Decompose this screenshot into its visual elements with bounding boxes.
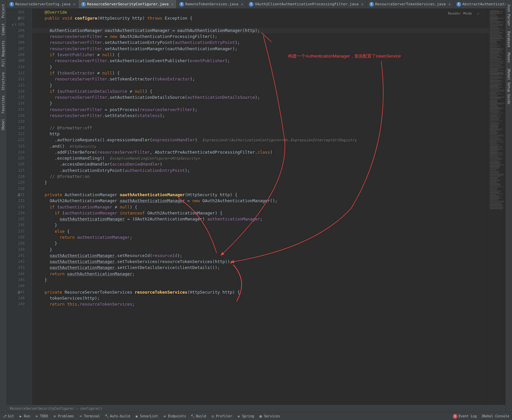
line-number[interactable]: 219 — [7, 119, 27, 125]
code-line[interactable]: AuthenticationManager oauthAuthenticatio… — [32, 28, 489, 34]
tool-window-button[interactable]: ≡TODO — [35, 414, 48, 418]
code-line[interactable]: resourcesServerFilter.setAuthenticationD… — [32, 94, 489, 100]
line-number[interactable]: 235 — [7, 216, 27, 222]
line-number[interactable]: 220 — [7, 125, 27, 131]
tool-window-button[interactable]: ❀Spring — [237, 414, 254, 418]
tool-window-button[interactable]: Pull Requests — [1, 38, 6, 69]
line-number[interactable]: 247@ — [7, 289, 27, 295]
code-line[interactable]: // @formatter:off — [32, 125, 489, 131]
line-number[interactable]: 239 — [7, 240, 27, 246]
editor-tab[interactable]: CResourceServerConfig.java× — [7, 0, 79, 8]
code-line[interactable]: resourcesServerFilter.setAuthenticationE… — [32, 58, 489, 64]
tool-window-button[interactable]: ⇄Endpoints — [163, 414, 186, 418]
line-number[interactable]: 221 — [7, 131, 27, 137]
code-line[interactable]: } — [32, 247, 489, 253]
editor-tab[interactable]: CAbstractAuthenticationProcessingFilter.… — [454, 0, 505, 8]
line-number[interactable]: 202@↓↑ — [7, 15, 27, 21]
line-number[interactable]: 241 — [7, 253, 27, 259]
line-number[interactable]: 218 — [7, 113, 27, 119]
code-line[interactable]: .addFilterBefore(resourcesServerFilter, … — [32, 149, 489, 155]
code-line[interactable]: oauthAuthenticationManager = (OAuth2Auth… — [32, 216, 489, 222]
line-number[interactable]: 214 — [7, 88, 27, 94]
code-editor[interactable]: @Override public void configure(HttpSecu… — [32, 9, 489, 405]
code-line[interactable]: oauthAuthenticationManager.setTokenServi… — [32, 259, 489, 265]
code-line[interactable]: .accessDeniedHandler(accessDeniedHandler… — [32, 161, 489, 167]
line-number[interactable]: 227 — [7, 168, 27, 174]
line-number[interactable]: 216 — [7, 100, 27, 106]
code-line[interactable]: oauthAuthenticationManager.setClientDeta… — [32, 265, 489, 271]
code-line[interactable]: if (authenticationManager ≠ null) { — [32, 204, 489, 210]
tool-window-button[interactable]: ◷Profiler — [211, 414, 232, 418]
tool-window-button[interactable]: ◉SonarLint — [135, 414, 158, 418]
code-line[interactable]: } — [32, 64, 489, 70]
line-number[interactable]: 201 — [7, 9, 27, 15]
code-line[interactable]: } — [32, 240, 489, 246]
line-number[interactable]: 230 — [7, 186, 27, 192]
tool-window-button[interactable]: JRebel Setup Guide — [506, 66, 511, 107]
code-line[interactable]: resourcesServerFilter.setAuthenticationE… — [32, 40, 489, 46]
line-number[interactable]: 209 — [7, 58, 27, 64]
tool-window-button[interactable]: ▦Services — [259, 414, 280, 418]
fold-column[interactable] — [27, 9, 32, 405]
line-number[interactable]: 236 — [7, 222, 27, 228]
code-line[interactable] — [32, 186, 489, 192]
code-line[interactable]: if (authenticationDetailsSource ≠ null) … — [32, 88, 489, 94]
code-line[interactable]: oauthAuthenticationManager.setResourceId… — [32, 253, 489, 259]
line-number[interactable]: 240 — [7, 247, 27, 253]
code-line[interactable]: else { — [32, 228, 489, 234]
line-number[interactable]: 206 — [7, 40, 27, 46]
code-line[interactable]: resourcesServerFilter.setTokenExtractor(… — [32, 76, 489, 82]
code-line[interactable]: return authenticationManager; — [32, 234, 489, 240]
line-number[interactable]: 215 — [7, 94, 27, 100]
code-line[interactable]: .and() HttpSecurity — [32, 143, 489, 149]
code-line[interactable] — [32, 119, 489, 125]
code-line[interactable]: } — [32, 222, 489, 228]
line-number[interactable]: 212 — [7, 76, 27, 82]
code-line[interactable] — [32, 283, 489, 289]
annotation-gutter-icon[interactable]: @ — [18, 289, 20, 295]
line-number[interactable]: 228 — [7, 174, 27, 180]
code-line[interactable]: if (tokenExtractor ≠ null) { — [32, 70, 489, 76]
code-line[interactable]: private AuthenticationManager oauthAuthe… — [32, 192, 489, 198]
annotation-gutter-icon[interactable]: @ — [18, 15, 20, 21]
code-line[interactable]: tokenServices(http); — [32, 295, 489, 301]
tool-window-button[interactable]: ⊘Problems — [53, 414, 74, 418]
close-icon[interactable]: × — [241, 2, 243, 7]
close-icon[interactable]: × — [73, 2, 76, 7]
code-line[interactable]: resourcesServerFilter.setStateless(state… — [32, 113, 489, 119]
code-line[interactable]: @Override — [32, 9, 489, 15]
code-line[interactable]: .authenticationEntryPoint(authentication… — [32, 168, 489, 174]
line-number[interactable]: 211 — [7, 70, 27, 76]
code-line[interactable]: resourcesServerFilter.setAuthenticationM… — [32, 46, 489, 52]
code-line[interactable]: resourcesServerFilter = new OAuth2Authen… — [32, 34, 489, 40]
tool-window-button[interactable]: Project — [1, 1, 6, 21]
code-line[interactable]: http — [32, 131, 489, 137]
line-number[interactable]: 225 — [7, 155, 27, 161]
line-number[interactable]: 207 — [7, 46, 27, 52]
tool-window-button[interactable]: JRebel — [1, 116, 6, 133]
line-number[interactable]: 231@ — [7, 192, 27, 198]
breadcrumb-method[interactable]: configure() — [80, 407, 102, 410]
code-line[interactable]: .authorizeRequests().expressionHandler(e… — [32, 137, 489, 143]
tool-window-button[interactable]: 🔨Build — [191, 414, 206, 418]
close-icon[interactable]: × — [171, 2, 174, 7]
line-number[interactable]: 232 — [7, 198, 27, 204]
editor-tab[interactable]: COAuth2ClientAuthenticationProcessingFil… — [246, 0, 367, 8]
editor-tab[interactable]: CResourceServerSecurityConfigurer.java× — [79, 0, 177, 8]
code-line[interactable]: if (eventPublisher ≠ null) { — [32, 52, 489, 58]
code-line[interactable] — [32, 22, 489, 28]
line-number[interactable]: 217 — [7, 107, 27, 113]
close-icon[interactable]: × — [361, 2, 364, 7]
code-line[interactable]: private ResourceServerTokenServices reso… — [32, 289, 489, 295]
tool-window-button[interactable]: Json Parser — [506, 1, 511, 29]
line-number[interactable]: 213 — [7, 82, 27, 88]
line-number[interactable]: 204 — [7, 28, 27, 34]
code-line[interactable]: // @formatter:on — [32, 174, 489, 180]
line-number[interactable]: 205 — [7, 34, 27, 40]
annotation-gutter-icon[interactable]: @ — [18, 192, 20, 198]
line-number[interactable]: 238 — [7, 234, 27, 240]
line-number[interactable]: 243 — [7, 265, 27, 271]
line-number[interactable]: 208 — [7, 52, 27, 58]
code-line[interactable]: } — [32, 180, 489, 186]
line-number[interactable]: 234 — [7, 210, 27, 216]
